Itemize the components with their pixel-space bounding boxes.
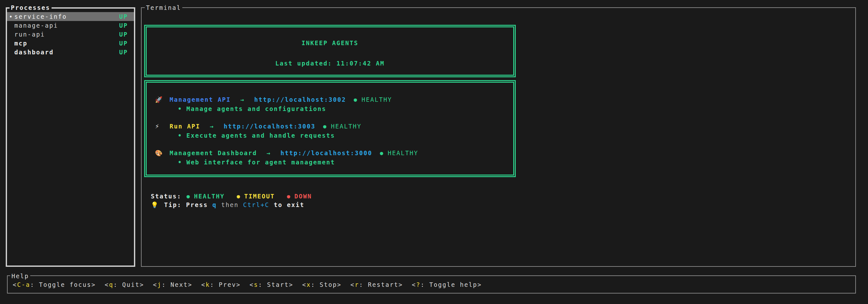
- process-status-badge: UP: [119, 30, 128, 39]
- processes-pane-title: Processes: [9, 3, 52, 12]
- legend-item-timeout: ● TIMEOUT: [237, 192, 275, 201]
- help-label: Quit: [122, 281, 140, 288]
- banner-last-updated: Last updated: 11:07:42 AM: [275, 59, 384, 68]
- process-status-badge: UP: [119, 48, 128, 57]
- help-label: Toggle help: [429, 281, 477, 288]
- terminal-screen: { "colors": { "green": "#2ed28b", "yello…: [0, 0, 868, 304]
- help-key: x: [306, 281, 311, 288]
- process-status-badge: UP: [119, 39, 128, 48]
- bullet-icon: •: [178, 131, 182, 140]
- terminal-pane: Terminal INKEEP AGENTS Last updated: 11:…: [141, 7, 856, 267]
- down-dot-icon: ●: [287, 192, 291, 201]
- help-label: Start: [267, 281, 289, 288]
- process-row-dashboard[interactable]: dashboard UP: [7, 48, 134, 57]
- process-row-service-info[interactable]: • service-info UP: [7, 12, 134, 21]
- service-description: • Execute agents and handle requests: [155, 131, 513, 140]
- status-legend: Status: ● HEALTHY ● TIMEOUT ● DOWN: [151, 192, 324, 201]
- help-key: s: [254, 281, 258, 288]
- help-item-next: <j: Next>: [153, 280, 192, 289]
- tip-press: Press: [186, 200, 208, 209]
- help-key: C-a: [17, 281, 30, 288]
- arrow-icon: →: [267, 148, 271, 158]
- tip-label: Tip:: [164, 200, 182, 209]
- help-key: j: [157, 281, 162, 288]
- banner-box: INKEEP AGENTS Last updated: 11:07:42 AM: [144, 25, 516, 77]
- bullet-icon: •: [178, 104, 182, 113]
- help-item-restart: <r: Restart>: [350, 280, 403, 289]
- legend-label: HEALTHY: [194, 192, 225, 201]
- help-key: r: [355, 281, 359, 288]
- health-dot-icon: ●: [380, 148, 384, 158]
- tip-suffix: to exit: [274, 200, 305, 209]
- service-run-api: ⚡ Run API → http://localhost:3003 ● HEAL…: [155, 122, 513, 140]
- banner-heading: INKEEP AGENTS: [302, 38, 359, 47]
- service-description-text: Web interface for agent management: [186, 158, 335, 167]
- health-dot-icon: ●: [323, 122, 327, 131]
- help-item-stop: <x: Stop>: [302, 280, 342, 289]
- processes-pane: Processes • service-info UP manage-api U…: [6, 7, 135, 267]
- rocket-icon: 🚀: [155, 95, 169, 104]
- service-name: Management API: [169, 95, 231, 104]
- legend-item-healthy: ● HEALTHY: [186, 192, 225, 201]
- services-box: 🚀 Management API → http://localhost:3002…: [144, 80, 516, 177]
- lightning-icon: ⚡: [155, 122, 169, 131]
- legend-label: DOWN: [294, 192, 312, 201]
- arrow-icon: →: [240, 95, 245, 104]
- arrow-icon: →: [210, 122, 214, 131]
- help-pane: Help <C-a: Toggle focus> <q: Quit> <j: N…: [7, 275, 856, 294]
- help-key: q: [109, 281, 114, 288]
- service-url[interactable]: http://localhost:3000: [281, 148, 373, 158]
- terminal-pane-title: Terminal: [145, 3, 182, 12]
- service-health: HEALTHY: [331, 122, 362, 131]
- timeout-dot-icon: ●: [237, 192, 241, 201]
- lightbulb-icon: 💡: [151, 200, 158, 209]
- service-name: Management Dashboard: [169, 148, 257, 158]
- health-dot-icon: ●: [354, 95, 358, 104]
- service-description: • Manage agents and configurations: [155, 104, 513, 113]
- help-item-start: <s: Start>: [249, 280, 293, 289]
- service-name: Run API: [169, 122, 200, 131]
- help-label: Toggle focus: [39, 281, 91, 288]
- help-label: Prev: [219, 281, 236, 288]
- process-name: run-api: [14, 30, 45, 39]
- service-health: HEALTHY: [388, 148, 418, 158]
- service-url[interactable]: http://localhost:3002: [254, 95, 346, 104]
- service-description-text: Execute agents and handle requests: [186, 131, 335, 140]
- service-health: HEALTHY: [362, 95, 392, 104]
- service-line: ⚡ Run API → http://localhost:3003 ● HEAL…: [155, 122, 513, 131]
- service-line: 🚀 Management API → http://localhost:3002…: [155, 95, 513, 104]
- help-label: Stop: [320, 281, 337, 288]
- help-label: Restart: [368, 281, 398, 288]
- process-row-mcp[interactable]: mcp UP: [7, 39, 134, 48]
- status-legend-label: Status:: [151, 192, 181, 201]
- process-name: dashboard: [14, 48, 54, 57]
- legend-label: TIMEOUT: [244, 192, 275, 201]
- tip-then: then: [221, 200, 239, 209]
- service-url[interactable]: http://localhost:3003: [224, 122, 316, 131]
- service-management-api: 🚀 Management API → http://localhost:3002…: [155, 95, 513, 113]
- help-item-toggle-focus: <C-a: Toggle focus>: [13, 280, 96, 289]
- process-row-run-api[interactable]: run-api UP: [7, 30, 134, 39]
- process-name: mcp: [14, 39, 27, 48]
- help-pane-title: Help: [10, 272, 30, 280]
- help-key: k: [206, 281, 210, 288]
- service-line: 🎨 Management Dashboard → http://localhos…: [155, 148, 513, 158]
- process-row-manage-api[interactable]: manage-api UP: [7, 21, 134, 30]
- process-list: • service-info UP manage-api UP run-api …: [7, 12, 134, 57]
- tip-key-ctrl-c: Ctrl+C: [243, 200, 269, 209]
- help-label: Next: [170, 281, 188, 288]
- bullet-icon: •: [178, 158, 182, 167]
- healthy-dot-icon: ●: [186, 192, 191, 201]
- service-management-dashboard: 🎨 Management Dashboard → http://localhos…: [155, 148, 513, 167]
- help-key: ?: [416, 281, 421, 288]
- help-item-toggle-help: <?: Toggle help>: [412, 280, 482, 289]
- tip-line: 💡 Tip: Press q then Ctrl+C to exit: [151, 200, 309, 209]
- help-item-prev: <k: Prev>: [201, 280, 241, 289]
- process-name: manage-api: [14, 21, 58, 30]
- help-item-quit: <q: Quit>: [105, 280, 144, 289]
- palette-icon: 🎨: [155, 148, 169, 158]
- process-status-badge: UP: [119, 21, 128, 30]
- service-description-text: Manage agents and configurations: [186, 104, 327, 113]
- process-name: service-info: [14, 12, 67, 21]
- selected-bullet-icon: •: [9, 12, 14, 21]
